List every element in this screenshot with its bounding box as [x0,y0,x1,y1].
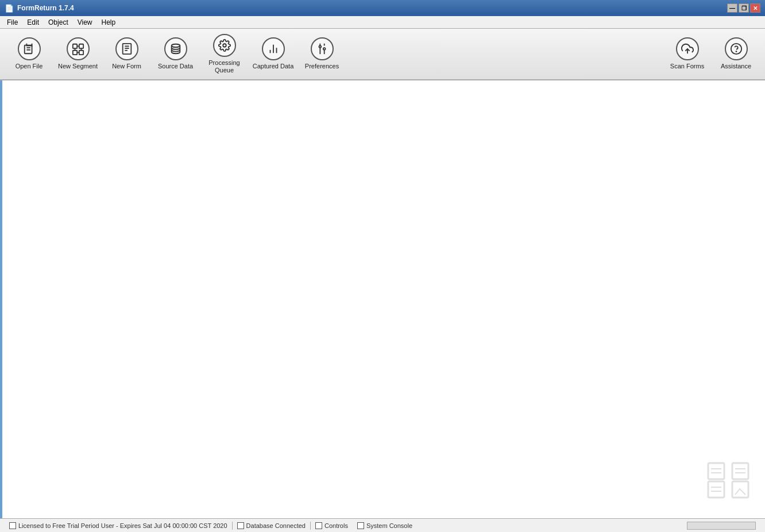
scan-forms-button[interactable]: Scan Forms [663,31,712,77]
console-label: System Console [366,522,412,529]
restore-button[interactable]: ❐ [739,3,749,13]
db-section: Database Connected [233,522,310,529]
controls-section[interactable]: Controls [311,522,353,529]
captured-data-button[interactable]: Captured Data [249,31,298,77]
watermark [705,460,751,502]
open-file-icon [18,37,41,60]
source-data-button[interactable]: Source Data [151,31,200,77]
svg-rect-33 [708,481,724,498]
processing-queue-label: Processing Queue [202,59,246,74]
new-form-button[interactable]: New Form [102,31,151,77]
controls-label: Controls [324,522,348,529]
svg-point-27 [323,48,325,51]
open-file-label: Open File [16,63,43,70]
assistance-label: Assistance [721,63,751,70]
new-segment-label: New Segment [58,63,98,70]
menu-help[interactable]: Help [97,17,121,28]
preferences-icon [311,37,334,60]
captured-data-label: Captured Data [253,63,294,70]
new-segment-icon [67,37,90,60]
svg-rect-4 [79,44,83,48]
svg-rect-31 [708,463,724,479]
status-bar: Licensed to Free Trial Period User - Exp… [0,518,765,532]
title-bar: 📄 FormReturn 1.7.4 — ❐ ✕ [0,0,765,16]
menu-view[interactable]: View [73,17,97,28]
processing-queue-icon [213,34,236,57]
toolbar: Open File New Segment [0,29,765,80]
preferences-button[interactable]: Preferences [298,31,346,77]
new-segment-button[interactable]: New Segment [53,31,102,77]
new-form-icon [115,37,138,60]
svg-rect-5 [72,51,76,55]
assistance-button[interactable]: Assistance [712,31,760,77]
db-icon [237,522,244,529]
controls-checkbox[interactable] [315,522,322,529]
license-text: Licensed to Free Trial Period User - Exp… [18,522,227,529]
svg-rect-6 [79,51,83,55]
svg-point-16 [171,44,180,48]
app-icon: 📄 [5,4,14,13]
new-form-label: New Form [112,63,141,70]
progress-section [682,522,760,530]
menu-bar: File Edit Object View Help [0,16,765,29]
assistance-icon [725,37,748,60]
license-icon [9,522,16,529]
console-section[interactable]: System Console [353,522,417,529]
progress-bar [687,522,756,530]
menu-file[interactable]: File [2,17,22,28]
svg-point-17 [223,44,226,47]
source-data-icon [164,37,187,60]
menu-edit[interactable]: Edit [22,17,44,28]
title-bar-controls[interactable]: — ❐ ✕ [727,3,760,13]
close-button[interactable]: ✕ [750,3,760,13]
svg-rect-3 [72,44,76,48]
db-status-text: Database Connected [246,522,306,529]
license-section: Licensed to Free Trial Period User - Exp… [5,522,232,529]
svg-rect-32 [732,463,748,479]
main-content [0,80,765,518]
menu-object[interactable]: Object [44,17,73,28]
console-checkbox[interactable] [357,522,364,529]
source-data-label: Source Data [158,63,193,70]
minimize-button[interactable]: — [727,3,737,13]
svg-point-24 [319,46,321,48]
processing-queue-button[interactable]: Processing Queue [200,31,249,77]
app-title: FormReturn 1.7.4 [17,4,74,12]
title-bar-left: 📄 FormReturn 1.7.4 [5,4,74,13]
preferences-label: Preferences [305,63,339,70]
captured-data-icon [262,37,285,60]
scan-forms-icon [676,37,699,60]
open-file-button[interactable]: Open File [5,31,53,77]
scan-forms-label: Scan Forms [670,63,704,70]
